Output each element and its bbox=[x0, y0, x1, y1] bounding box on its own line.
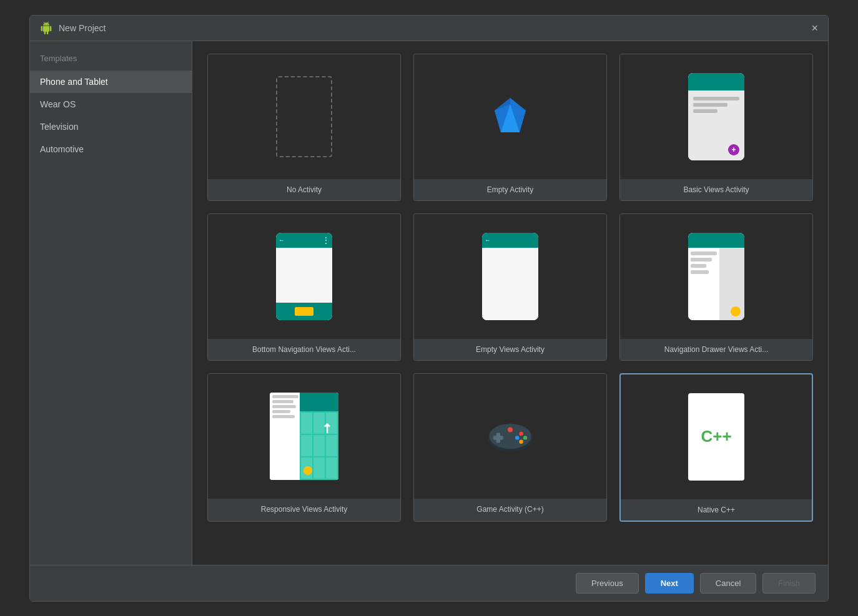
empty-views-phone: ← bbox=[482, 233, 538, 320]
responsive-label: Responsive Views Activity bbox=[208, 499, 400, 520]
svg-point-13 bbox=[508, 427, 513, 432]
empty-activity-preview bbox=[414, 54, 606, 179]
bottom-nav-phone: ← ⋮ bbox=[276, 233, 332, 320]
sidebar-section-label: Templates bbox=[30, 54, 192, 71]
sidebar-item-wear-os[interactable]: Wear OS bbox=[30, 93, 192, 115]
cancel-button[interactable]: Cancel bbox=[700, 573, 756, 594]
native-cpp-label: Native C++ bbox=[621, 499, 812, 521]
cpp-text: C++ bbox=[701, 427, 731, 446]
resp-fab bbox=[303, 466, 312, 475]
template-card-native-cpp[interactable]: C++ Native C++ bbox=[619, 373, 813, 522]
ev-body bbox=[482, 248, 538, 320]
ev-toolbar: ← bbox=[482, 233, 538, 248]
native-cpp-preview: C++ bbox=[621, 374, 812, 499]
basic-views-preview: + bbox=[620, 54, 812, 179]
main-content: Templates Phone and Tablet Wear OS Telev… bbox=[30, 41, 828, 565]
bn-yellow-bar bbox=[295, 307, 313, 316]
close-button[interactable]: × bbox=[811, 22, 818, 34]
gem-icon bbox=[485, 92, 535, 142]
no-activity-dashed-box bbox=[276, 76, 332, 157]
title-bar: New Project × bbox=[30, 16, 828, 41]
sidebar-item-phone-tablet[interactable]: Phone and Tablet bbox=[30, 71, 192, 93]
nav-drawer-preview-area bbox=[620, 214, 812, 339]
dialog-title: New Project bbox=[59, 23, 106, 33]
svg-rect-8 bbox=[493, 436, 503, 439]
no-activity-label: No Activity bbox=[208, 179, 400, 200]
nd-fab bbox=[731, 306, 741, 316]
basic-views-label: Basic Views Activity bbox=[620, 179, 812, 200]
bv-fab: + bbox=[728, 144, 739, 155]
resp-teal-header bbox=[300, 393, 338, 411]
basic-views-phone: + bbox=[688, 73, 744, 160]
resp-left bbox=[270, 393, 301, 480]
title-bar-left: New Project bbox=[40, 22, 106, 34]
svg-point-12 bbox=[519, 439, 523, 443]
sidebar-item-television[interactable]: Television bbox=[30, 115, 192, 138]
svg-point-10 bbox=[523, 436, 527, 439]
bn-bottom bbox=[276, 303, 332, 320]
nd-toolbar bbox=[688, 233, 744, 248]
responsive-preview-area: ↗ bbox=[208, 374, 400, 499]
template-card-responsive[interactable]: ↗ Responsive Views Activity bbox=[207, 373, 401, 522]
template-card-bottom-nav[interactable]: ← ⋮ Bottom Navigation Views Acti... bbox=[207, 213, 401, 361]
template-card-nav-drawer[interactable]: Navigation Drawer Views Acti... bbox=[619, 213, 813, 361]
footer: Previous Next Cancel Finish bbox=[30, 565, 828, 601]
empty-views-preview-area: ← bbox=[414, 214, 606, 339]
template-card-basic-views[interactable]: + Basic Views Activity bbox=[619, 54, 813, 201]
new-project-dialog: New Project × Templates Phone and Tablet… bbox=[29, 15, 829, 602]
template-card-empty-activity[interactable]: Empty Activity bbox=[413, 54, 607, 201]
nav-drawer-label: Navigation Drawer Views Acti... bbox=[620, 339, 812, 360]
game-activity-label: Game Activity (C++) bbox=[414, 499, 606, 520]
content-area: No Activity Empty Activity bbox=[192, 41, 828, 565]
next-button[interactable]: Next bbox=[645, 573, 694, 594]
template-card-no-activity[interactable]: No Activity bbox=[207, 54, 401, 201]
gamepad-icon bbox=[485, 418, 535, 455]
responsive-phone: ↗ bbox=[270, 393, 338, 480]
bn-body bbox=[276, 248, 332, 303]
finish-button[interactable]: Finish bbox=[762, 573, 816, 594]
previous-button[interactable]: Previous bbox=[576, 573, 639, 594]
bottom-nav-preview: ← ⋮ bbox=[208, 214, 400, 339]
sidebar: Templates Phone and Tablet Wear OS Telev… bbox=[30, 41, 192, 565]
svg-point-9 bbox=[519, 431, 523, 435]
bv-toolbar bbox=[688, 73, 744, 90]
nd-drawer bbox=[688, 248, 719, 320]
template-card-game-activity[interactable]: Game Activity (C++) bbox=[413, 373, 607, 522]
sidebar-item-automotive[interactable]: Automotive bbox=[30, 138, 192, 160]
template-card-empty-views[interactable]: ← Empty Views Activity bbox=[413, 213, 607, 361]
nav-drawer-phone bbox=[688, 233, 744, 320]
template-grid: No Activity Empty Activity bbox=[207, 54, 813, 522]
empty-activity-label: Empty Activity bbox=[414, 179, 606, 200]
android-icon bbox=[40, 22, 52, 34]
game-activity-preview bbox=[414, 374, 606, 499]
native-cpp-logo: C++ bbox=[688, 393, 744, 481]
bn-toolbar: ← ⋮ bbox=[276, 233, 332, 248]
empty-views-label: Empty Views Activity bbox=[414, 339, 606, 360]
svg-point-11 bbox=[515, 436, 519, 439]
bottom-nav-label: Bottom Navigation Views Acti... bbox=[208, 339, 400, 360]
no-activity-preview bbox=[208, 54, 400, 179]
